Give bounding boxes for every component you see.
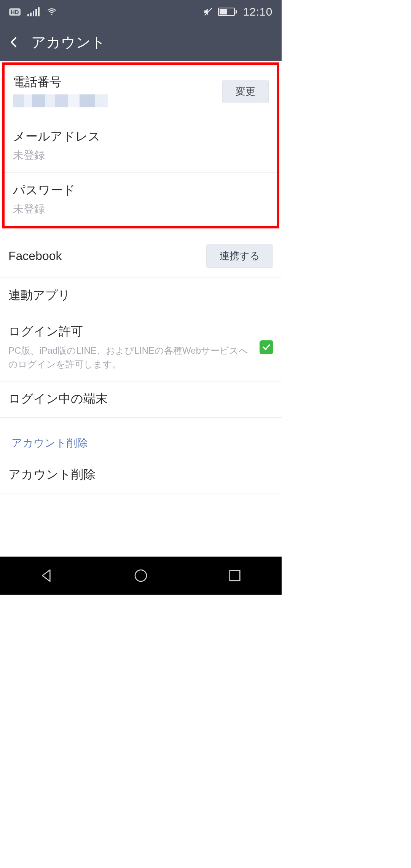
- svg-point-0: [51, 14, 52, 15]
- battery-icon: [218, 8, 237, 16]
- status-bar: HD 12:10: [0, 0, 282, 24]
- section-header-delete: アカウント削除: [0, 418, 282, 457]
- row-email-value: 未登録: [13, 148, 269, 163]
- status-clock: 12:10: [243, 5, 272, 18]
- facebook-link-button[interactable]: 連携する: [206, 244, 273, 268]
- row-delete-account[interactable]: アカウント削除: [0, 457, 282, 493]
- highlight-annotation: 電話番号 変更 メールアドレス 未登録 パスワード 未登録: [2, 62, 279, 228]
- page-title: アカウント: [31, 33, 105, 52]
- app-bar: アカウント: [0, 24, 282, 61]
- row-login-permission-desc: PC版、iPad版のLINE、およびLINEの各種Webサービスへのログインを許…: [8, 344, 253, 371]
- row-login-permission-label: ログイン許可: [8, 323, 253, 340]
- wifi-icon: [46, 6, 57, 17]
- mute-icon: [203, 6, 213, 17]
- row-facebook[interactable]: Facebook 連携する: [0, 235, 282, 278]
- back-button[interactable]: [8, 36, 21, 49]
- hd-badge: HD: [9, 8, 21, 16]
- cellular-signal-icon: [27, 7, 40, 16]
- svg-rect-4: [229, 571, 240, 581]
- row-password-value: 未登録: [13, 202, 269, 216]
- row-logged-in-devices[interactable]: ログイン中の端末: [0, 381, 282, 418]
- nav-recent-button[interactable]: [227, 568, 242, 583]
- phone-number-blurred: [13, 94, 108, 107]
- row-phone[interactable]: 電話番号 変更: [5, 65, 277, 119]
- row-login-permission[interactable]: ログイン許可 PC版、iPad版のLINE、およびLINEの各種Webサービスへ…: [0, 314, 282, 381]
- row-phone-label: 電話番号: [13, 74, 216, 91]
- change-phone-button[interactable]: 変更: [222, 80, 269, 103]
- nav-back-button[interactable]: [39, 568, 54, 583]
- row-email-label: メールアドレス: [13, 128, 269, 145]
- row-linked-apps-label: 連動アプリ: [8, 287, 273, 304]
- row-delete-account-label: アカウント削除: [8, 466, 273, 483]
- row-email[interactable]: メールアドレス 未登録: [5, 119, 277, 173]
- svg-marker-2: [43, 570, 50, 581]
- row-linked-apps[interactable]: 連動アプリ: [0, 278, 282, 314]
- row-password-label: パスワード: [13, 182, 269, 199]
- system-nav-bar: [0, 557, 282, 595]
- row-logged-in-devices-label: ログイン中の端末: [8, 391, 273, 407]
- nav-home-button[interactable]: [133, 568, 148, 583]
- row-password[interactable]: パスワード 未登録: [5, 173, 277, 226]
- row-facebook-label: Facebook: [8, 249, 200, 263]
- login-permission-checkbox[interactable]: [260, 340, 273, 354]
- svg-point-3: [135, 570, 147, 581]
